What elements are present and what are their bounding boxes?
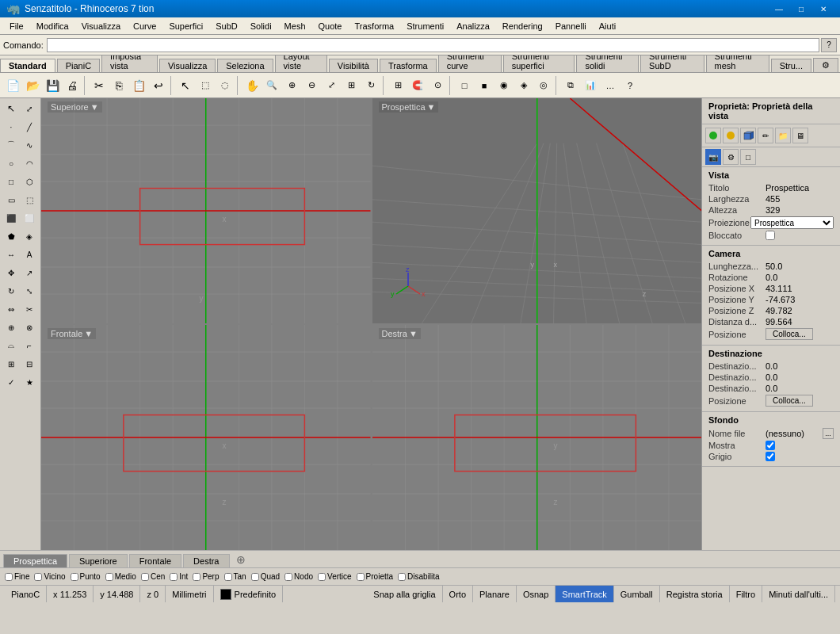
menu-file[interactable]: File (3, 20, 30, 32)
snap-alla-griglia-button[interactable]: Snap alla griglia (367, 586, 442, 602)
tb-props[interactable]: 📊 (581, 76, 600, 95)
menu-analizza[interactable]: Analizza (450, 20, 496, 32)
lt-join[interactable]: ⊕ (2, 319, 20, 336)
tab-layout-viste[interactable]: Layout viste (275, 55, 327, 72)
snap-nodo-checkbox[interactable] (284, 573, 292, 581)
tab-strumenti-subd[interactable]: Strumenti SubD (640, 55, 704, 72)
menu-trasforma[interactable]: Trasforma (348, 20, 400, 32)
tb-select[interactable]: ↖ (176, 76, 195, 95)
filtro-button[interactable]: Filtro (730, 586, 762, 602)
prop-icon-display[interactable]: □ (740, 149, 756, 165)
lt-fillet[interactable]: ⌓ (2, 337, 20, 354)
view-tab-prospettica[interactable]: Prospettica (3, 554, 67, 567)
lt-rect[interactable]: □ (2, 173, 20, 190)
tb-zoom-win[interactable]: 🔍 (262, 76, 281, 95)
tb-zoom-out[interactable]: ⊖ (302, 76, 321, 95)
viewport-dropdown-destra[interactable]: ▼ (409, 329, 418, 338)
tb-rotate[interactable]: ↻ (361, 76, 380, 95)
tab-strumenti-solidi[interactable]: Strumenti solidi (576, 55, 639, 72)
tab-standard[interactable]: Standard (0, 59, 55, 72)
browse-file-button[interactable]: ... (823, 428, 834, 439)
tb-grid[interactable]: ⊞ (388, 76, 407, 95)
tb-print[interactable]: 🖨 (63, 76, 82, 95)
prop-icon-pencil[interactable]: ✏ (758, 128, 773, 143)
lt-star[interactable]: ★ (21, 373, 38, 391)
lt-trim[interactable]: ✂ (21, 300, 38, 318)
tb-zoom-ext[interactable]: ⤢ (322, 76, 341, 95)
tab-strumenti-curve[interactable]: Strumenti curve (438, 55, 502, 72)
lt-split[interactable]: ⊗ (21, 319, 38, 336)
tb-paste[interactable]: 📋 (129, 76, 148, 95)
tab-visibilita[interactable]: Visibilità (329, 59, 378, 72)
lt-extrude[interactable]: ⬛ (2, 209, 20, 227)
menu-visualizza[interactable]: Visualizza (75, 20, 127, 32)
viewport-destra[interactable]: Destra ▼ (372, 325, 702, 550)
tb-open[interactable]: 📂 (23, 76, 42, 95)
snap-proietta-checkbox[interactable] (357, 573, 365, 581)
prop-dropdown-proiezione[interactable]: Prospettica Parallela Prospettica 2 punt… (750, 216, 834, 229)
lt-curve2[interactable]: ∿ (21, 136, 38, 154)
prop-checkbox-grigio[interactable] (766, 452, 775, 461)
lt-dimension[interactable]: ↔ (2, 246, 20, 263)
tab-stru-more[interactable]: Stru... (771, 59, 811, 72)
menu-aiuti[interactable]: Aiuti (593, 20, 622, 32)
lt-circle[interactable]: ○ (2, 155, 20, 172)
menu-curve[interactable]: Curve (127, 20, 162, 32)
minimize-button[interactable]: — (769, 2, 789, 16)
tab-visualizza[interactable]: Visualizza (159, 59, 216, 72)
tb-more[interactable]: … (601, 76, 620, 95)
tb-xray[interactable]: ◎ (534, 76, 553, 95)
tab-imposta-vista[interactable]: Imposta vista (101, 55, 158, 72)
prop-checkbox-bloccato[interactable] (766, 231, 775, 240)
viewport-prospettica[interactable]: Prospettica ▼ (372, 98, 702, 323)
lt-mesh2[interactable]: ◈ (21, 227, 38, 245)
lt-check[interactable]: ✓ (2, 373, 20, 391)
lt-surface2[interactable]: ⬚ (21, 191, 38, 208)
lt-mesh[interactable]: ⬟ (2, 227, 20, 245)
viewport-dropdown-superiore[interactable]: ▼ (90, 102, 99, 112)
prop-icon-yellow[interactable] (723, 128, 739, 143)
lt-rotate[interactable]: ↻ (2, 282, 20, 300)
minuti-button[interactable]: Minuti dall'ulti... (762, 586, 835, 602)
tb-zoom-all[interactable]: ⊞ (342, 76, 361, 95)
tb-help[interactable]: ? (620, 76, 640, 95)
prop-icon-cube[interactable] (740, 128, 756, 143)
prop-icon-circle[interactable] (705, 128, 721, 143)
colloca-camera-button[interactable]: Colloca... (766, 328, 813, 340)
snap-tan-checkbox[interactable] (224, 573, 232, 581)
tb-layer[interactable]: ⧉ (561, 76, 580, 95)
prop-icon-camera[interactable]: 📷 (705, 149, 721, 165)
snap-medio-checkbox[interactable] (105, 573, 113, 581)
close-button[interactable]: ✕ (813, 2, 834, 16)
tb-save[interactable]: 💾 (43, 76, 62, 95)
colloca-dest-button[interactable]: Colloca... (766, 395, 813, 407)
lt-scale[interactable]: ⤡ (21, 282, 38, 300)
osnap-button[interactable]: Osnap (517, 586, 556, 602)
view-tab-frontale[interactable]: Frontale (129, 554, 181, 567)
lt-select[interactable]: ↖ (2, 100, 20, 117)
command-help-button[interactable]: ? (821, 38, 837, 52)
gumball-button[interactable]: Gumball (614, 586, 660, 602)
viewport-frontale[interactable]: Frontale ▼ (41, 325, 371, 550)
planare-button[interactable]: Planare (473, 586, 517, 602)
view-tab-destra[interactable]: Destra (183, 554, 229, 567)
snap-punto-checkbox[interactable] (71, 573, 78, 581)
tab-trasforma[interactable]: Trasforma (380, 59, 437, 72)
lt-solid[interactable]: ⬜ (21, 209, 38, 227)
view-tab-superiore[interactable]: Superiore (69, 554, 128, 567)
tb-shade[interactable]: ■ (475, 76, 494, 95)
tab-strumenti-mesh[interactable]: Strumenti mesh (706, 55, 769, 72)
menu-strumenti[interactable]: Strumenti (400, 20, 450, 32)
snap-cen-checkbox[interactable] (141, 573, 149, 581)
lt-line[interactable]: ╱ (21, 118, 38, 136)
menu-solidi[interactable]: Solidi (244, 20, 278, 32)
tb-cut[interactable]: ✂ (90, 76, 109, 95)
menu-rendering[interactable]: Rendering (496, 20, 549, 32)
prop-icon-folder[interactable]: 📁 (775, 128, 791, 143)
tb-ghosted[interactable]: ◈ (514, 76, 533, 95)
tb-copy[interactable]: ⎘ (109, 76, 128, 95)
registra-storia-button[interactable]: Registra storia (660, 586, 730, 602)
viewport-superiore[interactable]: Superiore ▼ (41, 98, 371, 323)
lt-boolean[interactable]: ⊞ (2, 355, 20, 372)
menu-quote[interactable]: Quote (312, 20, 349, 32)
